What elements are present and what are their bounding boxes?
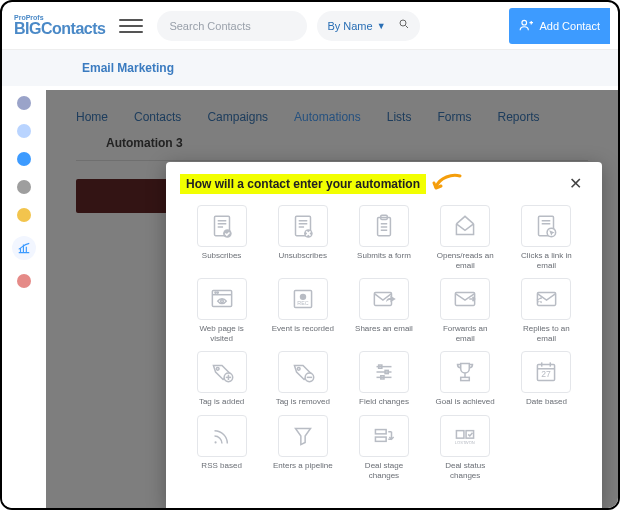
doc-check-icon <box>197 205 247 247</box>
trigger-label: Replies to an email <box>514 324 578 343</box>
add-contact-button[interactable]: Add Contact <box>509 8 610 44</box>
trigger-label: Submits a form <box>357 251 411 261</box>
close-button[interactable]: ✕ <box>563 172 588 195</box>
logo-title: BIGContacts <box>14 21 105 37</box>
rail-dot-4[interactable] <box>17 180 31 194</box>
trigger-event-recorded[interactable]: Event is recorded <box>265 278 340 343</box>
funnel-icon <box>278 415 328 457</box>
doc-cursor-icon <box>521 205 571 247</box>
add-contact-label: Add Contact <box>539 20 600 32</box>
trigger-label: Field changes <box>359 397 409 407</box>
trigger-label: Forwards an email <box>433 324 497 343</box>
trigger-label: Event is recorded <box>272 324 334 334</box>
trigger-grid: SubscribesUnsubscribesSubmits a formOpen… <box>166 201 602 508</box>
trigger-label: Clicks a link in email <box>514 251 578 270</box>
section-title: Email Marketing <box>82 61 174 75</box>
trigger-label: Shares an email <box>355 324 413 334</box>
tag-minus-icon <box>278 351 328 393</box>
trigger-clicks-link[interactable]: Clicks a link in email <box>509 205 584 270</box>
browser-eye-icon <box>197 278 247 320</box>
rail-dot-3[interactable] <box>17 152 31 166</box>
rail-dot-6[interactable] <box>17 274 31 288</box>
svg-line-1 <box>405 26 408 29</box>
trigger-label: Unsubscribes <box>279 251 327 261</box>
top-bar: ProProfs BIGContacts Search Contacts By … <box>2 2 618 50</box>
trigger-label: Enters a pipeline <box>273 461 333 471</box>
sliders-icon <box>359 351 409 393</box>
trigger-subscribes[interactable]: Subscribes <box>184 205 259 270</box>
trigger-webpage-visited[interactable]: Web page is visited <box>184 278 259 343</box>
trigger-deal-stage[interactable]: Deal stage changes <box>346 415 421 480</box>
caret-down-icon: ▼ <box>377 21 386 31</box>
doc-x-icon <box>278 205 328 247</box>
search-filter-dropdown[interactable]: By Name ▼ <box>317 11 419 41</box>
callout-arrow-icon <box>432 173 462 195</box>
trigger-label: Subscribes <box>202 251 242 261</box>
trigger-label: Tag is added <box>199 397 244 407</box>
trigger-rss-based[interactable]: RSS based <box>184 415 259 480</box>
trigger-tag-added[interactable]: Tag is added <box>184 351 259 407</box>
trigger-forwards-email[interactable]: Forwards an email <box>428 278 503 343</box>
trigger-shares-email[interactable]: Shares an email <box>346 278 421 343</box>
trigger-replies-email[interactable]: Replies to an email <box>509 278 584 343</box>
trigger-unsubscribes[interactable]: Unsubscribes <box>265 205 340 270</box>
envelope-share-icon <box>359 278 409 320</box>
trigger-label: Opens/reads an email <box>433 251 497 270</box>
trigger-submits-form[interactable]: Submits a form <box>346 205 421 270</box>
tag-plus-icon <box>197 351 247 393</box>
envelope-open-icon <box>440 205 490 247</box>
trigger-field-changes[interactable]: Field changes <box>346 351 421 407</box>
envelope-fwd-icon <box>440 278 490 320</box>
rss-icon <box>197 415 247 457</box>
trophy-icon <box>440 351 490 393</box>
modal-header: How will a contact enter your automation… <box>166 162 602 201</box>
hamburger-icon[interactable] <box>119 15 143 37</box>
trigger-label: Web page is visited <box>190 324 254 343</box>
trigger-modal: How will a contact enter your automation… <box>166 162 602 508</box>
rail-dot-1[interactable] <box>17 96 31 110</box>
svg-point-0 <box>400 20 406 26</box>
trigger-tag-removed[interactable]: Tag is removed <box>265 351 340 407</box>
trigger-label: Deal stage changes <box>352 461 416 480</box>
trigger-label: RSS based <box>201 461 241 471</box>
trigger-deal-status[interactable]: Deal status changes <box>428 415 503 480</box>
section-header: Email Marketing <box>2 50 618 86</box>
side-rail <box>2 90 46 508</box>
trigger-label: Tag is removed <box>276 397 330 407</box>
calendar-icon: 27 <box>521 351 571 393</box>
clipboard-icon <box>359 205 409 247</box>
filter-label: By Name <box>327 20 372 32</box>
envelope-reply-icon <box>521 278 571 320</box>
modal-title: How will a contact enter your automation <box>180 174 426 194</box>
svg-text:27: 27 <box>542 370 552 380</box>
trigger-goal-achieved[interactable]: Goal is achieved <box>428 351 503 407</box>
trigger-label: Date based <box>526 397 567 407</box>
search-placeholder: Search Contacts <box>169 20 250 32</box>
trigger-label: Goal is achieved <box>436 397 495 407</box>
rail-dot-5[interactable] <box>17 208 31 222</box>
search-input[interactable]: Search Contacts <box>157 11 307 41</box>
trigger-opens-email[interactable]: Opens/reads an email <box>428 205 503 270</box>
stage-icon <box>359 415 409 457</box>
trigger-date-based[interactable]: 27Date based <box>509 351 584 407</box>
status-icon <box>440 415 490 457</box>
search-icon[interactable] <box>398 18 410 33</box>
add-user-icon <box>519 18 533 34</box>
svg-point-2 <box>522 20 527 25</box>
logo: ProProfs BIGContacts <box>10 14 105 37</box>
trigger-enters-pipeline[interactable]: Enters a pipeline <box>265 415 340 480</box>
rail-dot-2[interactable] <box>17 124 31 138</box>
rail-reports-icon[interactable] <box>12 236 36 260</box>
rec-icon <box>278 278 328 320</box>
trigger-label: Deal status changes <box>433 461 497 480</box>
